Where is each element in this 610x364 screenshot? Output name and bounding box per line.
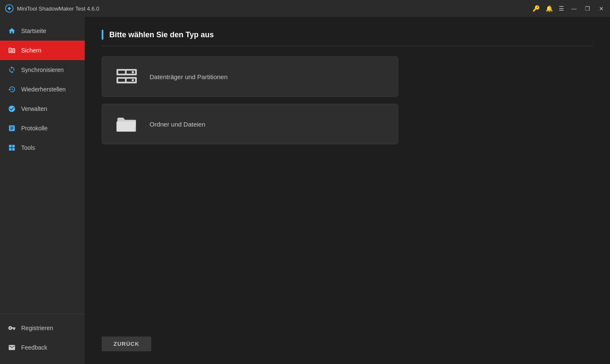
sidebar-label-verwalten: Verwalten: [21, 105, 47, 112]
disk-option-label: Datenträger und Partitionen: [150, 73, 227, 80]
sidebar-item-startseite[interactable]: Startseite: [0, 21, 85, 41]
page-header: Bitte wählen Sie den Typ aus: [102, 30, 593, 46]
sidebar-label-wiederherstellen: Wiederherstellen: [21, 86, 66, 93]
sidebar-item-protokolle[interactable]: Protokolle: [0, 119, 85, 138]
sidebar-bottom: Registrieren Feedback: [0, 314, 85, 364]
sidebar-item-synchronisieren[interactable]: Synchronisieren: [0, 60, 85, 80]
sidebar: Startseite Sichern Synchronisieren: [0, 17, 85, 364]
app-logo: [5, 4, 14, 13]
folder-option-card[interactable]: Ordner und Dateien: [102, 104, 398, 144]
sidebar-item-sichern[interactable]: Sichern: [0, 41, 85, 60]
manage-icon: [8, 105, 16, 113]
sidebar-item-feedback[interactable]: Feedback: [0, 338, 85, 357]
app-title: MiniTool ShadowMaker Test 4.6.0: [17, 6, 532, 12]
maximize-button[interactable]: ❐: [584, 5, 591, 12]
notification-icon[interactable]: 🔔: [546, 5, 553, 12]
minimize-button[interactable]: —: [570, 5, 578, 12]
options-container: Datenträger und Partitionen Ordner und D…: [102, 56, 593, 144]
backup-icon: [8, 46, 16, 55]
svg-rect-4: [118, 71, 125, 74]
main-content: Bitte wählen Sie den Typ aus: [85, 17, 610, 364]
restore-icon: [8, 85, 16, 94]
register-icon: [8, 324, 16, 332]
svg-rect-10: [132, 79, 134, 81]
sidebar-label-startseite: Startseite: [21, 28, 46, 34]
sidebar-label-protokolle: Protokolle: [21, 125, 47, 132]
page-title: Bitte wählen Sie den Typ aus: [109, 30, 214, 39]
sidebar-label-tools: Tools: [21, 144, 35, 151]
sidebar-item-tools[interactable]: Tools: [0, 138, 85, 157]
title-bar: MiniTool ShadowMaker Test 4.6.0 🔑 🔔 ☰ — …: [0, 0, 610, 17]
svg-rect-8: [118, 79, 125, 82]
tools-icon: [8, 143, 16, 152]
feedback-icon: [8, 343, 16, 352]
sidebar-label-registrieren: Registrieren: [21, 325, 53, 331]
sidebar-label-feedback: Feedback: [21, 344, 47, 351]
disk-option-card[interactable]: Datenträger und Partitionen: [102, 56, 398, 97]
sidebar-label-synchronisieren: Synchronisieren: [21, 66, 64, 73]
header-accent: [102, 30, 103, 40]
svg-rect-6: [132, 71, 134, 73]
back-button[interactable]: ZURÜCK: [102, 336, 151, 351]
footer-area: ZURÜCK: [102, 328, 593, 351]
folder-option-label: Ordner und Dateien: [150, 121, 205, 128]
sidebar-nav: Startseite Sichern Synchronisieren: [0, 17, 85, 314]
sidebar-item-verwalten[interactable]: Verwalten: [0, 99, 85, 119]
folder-icon: [114, 113, 139, 135]
svg-rect-2: [10, 51, 14, 52]
sidebar-item-wiederherstellen[interactable]: Wiederherstellen: [0, 80, 85, 99]
disk-icon: [114, 66, 139, 87]
close-button[interactable]: ✕: [597, 5, 605, 12]
sync-icon: [8, 66, 16, 74]
app-body: Startseite Sichern Synchronisieren: [0, 17, 610, 364]
log-icon: [8, 124, 16, 132]
sidebar-item-registrieren[interactable]: Registrieren: [0, 318, 85, 338]
window-controls: 🔑 🔔 ☰ — ❐ ✕: [532, 5, 605, 12]
home-icon: [8, 27, 16, 35]
key-icon[interactable]: 🔑: [532, 5, 540, 12]
svg-rect-1: [10, 50, 14, 51]
menu-icon[interactable]: ☰: [559, 5, 564, 12]
sidebar-label-sichern: Sichern: [21, 47, 41, 54]
